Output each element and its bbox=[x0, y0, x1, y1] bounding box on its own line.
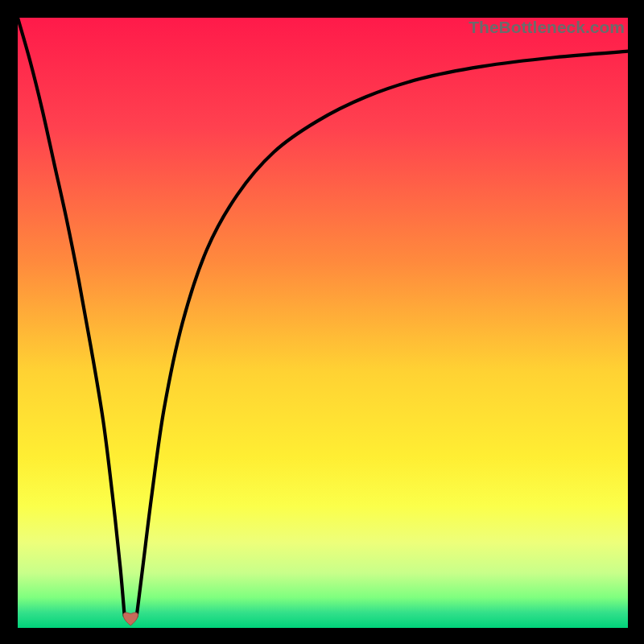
gradient-background bbox=[18, 18, 628, 628]
chart-frame: TheBottleneck.com bbox=[18, 18, 628, 628]
watermark-text: TheBottleneck.com bbox=[469, 18, 625, 37]
chart-canvas bbox=[18, 18, 628, 628]
